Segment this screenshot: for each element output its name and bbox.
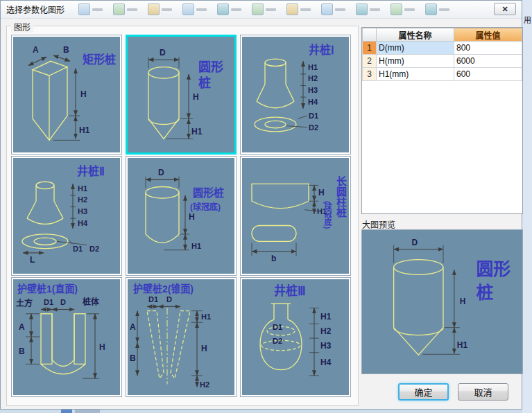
- retaining-pile-1-drawing: 土方 D1 D 桩体 A B H 护壁桩1(直面): [13, 279, 120, 395]
- tile-name: 护壁桩1(直面): [17, 282, 78, 294]
- well-pile-2-drawing: H1 H2 H3 H4 L D1 D2 井桩Ⅱ: [13, 158, 120, 274]
- toolbar-icon-glyph: [217, 3, 229, 15]
- well-pile-3-thumb: D1 D2 H1 H2 H3 H4 井桩Ⅲ: [242, 279, 349, 395]
- dim-label: H1: [457, 340, 468, 350]
- tile-name: 护壁桩2(锥面): [133, 282, 194, 294]
- toolbar-icon[interactable]: [113, 3, 137, 15]
- dim-label: H1: [78, 184, 87, 193]
- app-edge-text: 用: [524, 14, 531, 25]
- property-name-cell[interactable]: D(mm): [377, 42, 454, 55]
- row-index[interactable]: 2: [363, 55, 377, 68]
- toolbar-icon-label: [300, 8, 311, 11]
- tile-name: 井桩Ⅱ: [77, 165, 105, 177]
- long-cyl-pile-drawing: H H1 b: [242, 158, 349, 274]
- toolbar-icon-label: [92, 8, 103, 11]
- dim-label: H: [318, 188, 325, 197]
- large-preview: D H H1 圆形 桩: [361, 229, 523, 374]
- toolbar-icon-glyph: [113, 3, 125, 15]
- cancel-button[interactable]: 取消: [458, 383, 508, 401]
- toolbar-icon-glyph: [78, 3, 90, 15]
- property-row[interactable]: 2 H(mm) 6000: [363, 55, 522, 68]
- property-value-header: 属性值: [454, 28, 522, 42]
- toolbar-icon-label: [370, 8, 380, 11]
- dim-label: D: [158, 168, 164, 177]
- tile-round-pile-cap-bottom[interactable]: D H H1 圆形桩 (球冠底): [126, 156, 237, 276]
- row-index[interactable]: 1: [363, 42, 377, 55]
- toolbar-icon[interactable]: [148, 3, 172, 15]
- dim-label: D1: [148, 295, 158, 304]
- property-name-cell[interactable]: H(mm): [377, 55, 454, 68]
- dim-label: b: [271, 254, 276, 263]
- dim-label: D1: [44, 298, 53, 306]
- dim-label: H: [460, 297, 466, 306]
- toolbar-icon[interactable]: [182, 3, 207, 15]
- tile-well-pile-2[interactable]: H1 H2 H3 H4 L D1 D2 井桩Ⅱ: [11, 156, 122, 276]
- toolbar-icon-glyph: [391, 3, 402, 15]
- toolbar-icon[interactable]: [286, 3, 311, 15]
- round-pile-thumb: D H H1 圆形 桩: [128, 37, 234, 152]
- well-pile-2-thumb: H1 H2 H3 H4 L D1 D2 井桩Ⅱ: [13, 158, 120, 274]
- dim-label: H3: [320, 340, 332, 350]
- tile-name: 井桩Ⅲ: [274, 284, 306, 298]
- app-statusbar-fragment: [0, 410, 522, 413]
- dim-label: H3: [308, 86, 318, 94]
- dim-label: H1: [79, 125, 90, 135]
- tile-grid: A B H H1 矩形桩: [11, 35, 351, 397]
- tile-retaining-pile-2[interactable]: D1 D H1 A B H H2 护壁桩2(锥面): [126, 277, 237, 397]
- graphics-groupbox: 图形: [6, 26, 359, 406]
- toolbar-icon-label: [196, 8, 207, 11]
- toolbar-icon-label: [127, 8, 137, 11]
- property-table: 属性名称 属性值 1 D(mm) 800 2 H(mm) 6000: [362, 28, 522, 81]
- ok-button[interactable]: 确定: [398, 383, 449, 401]
- toolbar-icon[interactable]: [78, 3, 103, 15]
- toolbar-icon[interactable]: [391, 3, 415, 15]
- toolbar-icon-glyph: [321, 3, 333, 15]
- dialog-title: 选择参数化图形: [6, 3, 65, 15]
- dim-label: D2: [309, 123, 318, 132]
- toolbar-icon[interactable]: [425, 3, 449, 15]
- dim-label: H: [201, 344, 207, 353]
- tile-well-pile-3[interactable]: D1 D2 H1 H2 H3 H4 井桩Ⅲ: [240, 277, 351, 397]
- toolbar-icon-label: [404, 8, 415, 11]
- dim-label: H2: [308, 74, 318, 82]
- tile-retaining-pile-1[interactable]: 土方 D1 D 桩体 A B H 护壁桩1(直面): [11, 277, 122, 397]
- property-value-cell[interactable]: 600: [454, 68, 522, 81]
- close-button[interactable]: ✕: [494, 3, 516, 15]
- dim-label: H1: [191, 242, 201, 250]
- toolbar-icon[interactable]: [217, 3, 241, 15]
- tile-well-pile-1[interactable]: H1 H2 H3 H4 D1 D2 井桩Ⅰ: [240, 35, 351, 155]
- rect-pile-drawing: A B H H1 矩形桩: [13, 37, 120, 152]
- toolbar-icon[interactable]: [356, 3, 380, 15]
- property-value-cell[interactable]: 6000: [454, 55, 522, 68]
- select-parametric-graphic-dialog: 选择参数化图形 ✕ 图形: [0, 0, 522, 410]
- dim-label: B: [130, 353, 136, 363]
- tile-name: (球冠底): [190, 201, 221, 211]
- background-toolbar: [78, 3, 460, 15]
- toolbar-icon-glyph: [252, 3, 264, 15]
- dim-label: H: [193, 92, 199, 102]
- dim-label: H1: [320, 312, 332, 322]
- dim-label: 土方: [16, 298, 33, 308]
- tile-long-cyl-pile-cap-bottom[interactable]: H H1 b 长圆柱桩 (球冠底): [240, 156, 351, 276]
- property-table-wrap: 属性名称 属性值 1 D(mm) 800 2 H(mm) 6000: [361, 27, 523, 214]
- dim-label: A: [130, 322, 136, 331]
- property-value-cell[interactable]: 800: [454, 42, 522, 55]
- dim-label: D: [411, 238, 418, 247]
- tile-round-pile[interactable]: D H H1 圆形 桩: [126, 35, 237, 155]
- tile-name: 井桩Ⅰ: [309, 44, 334, 56]
- toolbar-icon[interactable]: [252, 3, 276, 15]
- retaining-pile-2-drawing: D1 D H1 A B H H2 护壁桩2(锥面): [128, 279, 234, 395]
- dim-label: B: [63, 45, 69, 55]
- dim-label: A: [33, 45, 39, 55]
- toolbar-icon[interactable]: [321, 3, 345, 15]
- property-row[interactable]: 3 H1(mm) 600: [363, 68, 522, 81]
- statusbar-fragment: [75, 410, 100, 413]
- property-name-cell[interactable]: H1(mm): [377, 68, 454, 81]
- round-pile-cap-thumb: D H H1 圆形桩 (球冠底): [128, 158, 234, 274]
- dim-label: D: [166, 295, 172, 304]
- preview-name: 圆形: [477, 260, 511, 279]
- tile-rect-pile[interactable]: A B H H1 矩形桩: [11, 35, 122, 155]
- row-index[interactable]: 3: [363, 68, 377, 81]
- property-row[interactable]: 1 D(mm) 800: [363, 42, 522, 55]
- well-pile-1-drawing: H1 H2 H3 H4 D1 D2 井桩Ⅰ: [242, 37, 349, 152]
